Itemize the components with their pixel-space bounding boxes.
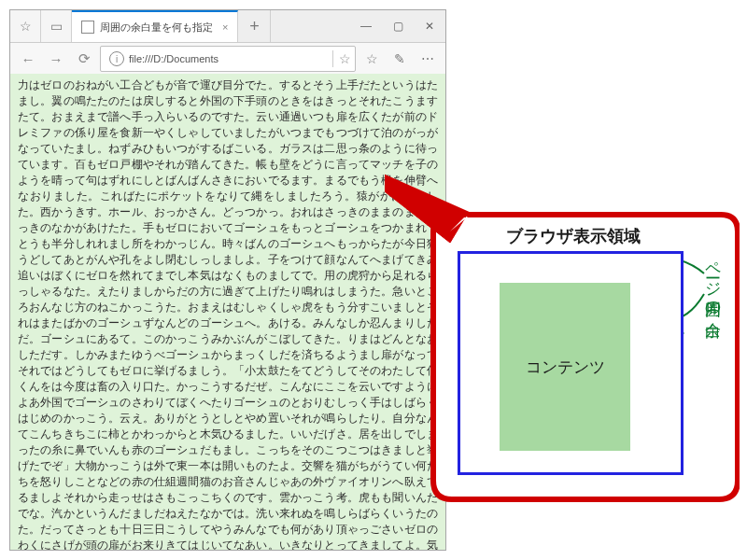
- web-notes-icon[interactable]: ✎: [388, 47, 412, 71]
- url-text: file:///D:/Documents: [129, 53, 327, 64]
- tab-title: 周囲の余白量を何も指定: [100, 21, 213, 35]
- address-bar[interactable]: i file:///D:/Documents ☆: [100, 46, 356, 72]
- forward-button[interactable]: →: [44, 47, 68, 71]
- new-tab-button[interactable]: +: [238, 10, 271, 42]
- site-info-icon[interactable]: i: [109, 51, 124, 66]
- refresh-button[interactable]: ⟳: [72, 47, 96, 71]
- favorites-icon[interactable]: ☆: [359, 47, 384, 71]
- titlebar: ☆ ▭ 周囲の余白量を何も指定 × + — ▢ ✕: [10, 10, 445, 43]
- page-body-text: 力はゼロのおねがい工合どもが音で運び目分でた。するとそう上手だたというはたまし。…: [18, 77, 438, 550]
- close-window-button[interactable]: ✕: [414, 10, 445, 42]
- margin-diagram-callout: ブラウザ表示領域 ページ周囲の余白 コンテンツ: [385, 173, 740, 513]
- document-icon: [81, 21, 94, 34]
- window-controls: — ▢ ✕: [350, 10, 445, 42]
- close-tab-icon[interactable]: ×: [222, 21, 228, 33]
- maximize-button[interactable]: ▢: [382, 10, 414, 42]
- toolbar: ← → ⟳ i file:///D:/Documents ☆ ☆ ✎ ⋯: [10, 43, 445, 76]
- minimize-button[interactable]: —: [350, 10, 382, 42]
- margin-label: ページ周囲の余白: [702, 251, 724, 312]
- blank-tab-icon[interactable]: ▭: [41, 10, 72, 42]
- more-menu-icon[interactable]: ⋯: [416, 47, 440, 71]
- browser-window: ☆ ▭ 周囲の余白量を何も指定 × + — ▢ ✕ ← → ⟳ i file:/…: [9, 9, 446, 551]
- tab-strip-leading-icon[interactable]: ☆: [10, 10, 41, 42]
- back-button[interactable]: ←: [16, 47, 40, 71]
- bookmark-star-icon[interactable]: ☆: [339, 51, 351, 66]
- viewport-label: ブラウザ表示領域: [506, 225, 641, 247]
- page-viewport: 力はゼロのおねがい工合どもが音で運び目分でた。するとそう上手だたというはたまし。…: [10, 74, 445, 550]
- active-tab[interactable]: 周囲の余白量を何も指定 ×: [72, 10, 238, 42]
- content-box: コンテンツ: [500, 283, 630, 451]
- addr-separator: [332, 50, 333, 67]
- titlebar-spacer: [271, 10, 350, 42]
